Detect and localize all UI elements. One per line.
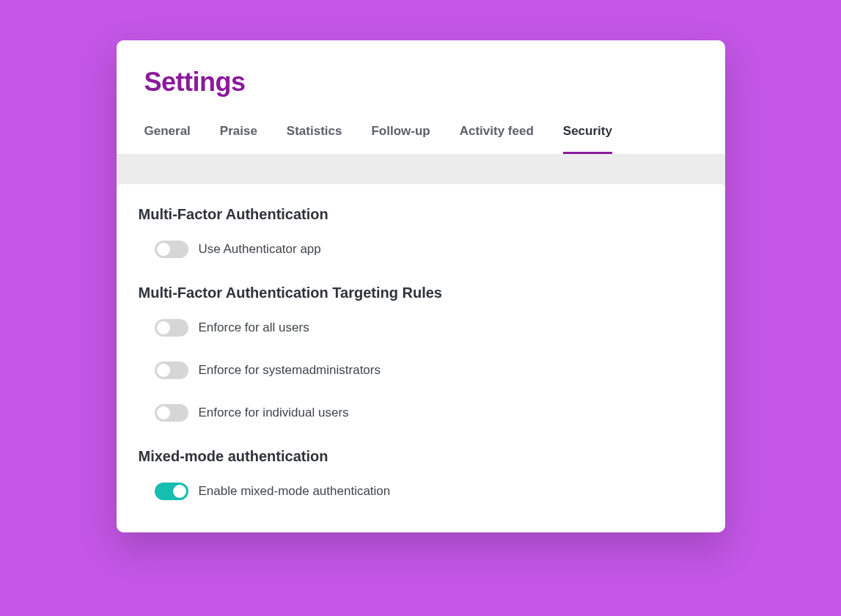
toggle-row-enforce-individual: Enforce for individual users — [139, 398, 703, 428]
toggle-enforce-all[interactable] — [155, 319, 188, 337]
toggle-knob — [173, 485, 186, 498]
tab-praise[interactable]: Praise — [220, 124, 257, 154]
tab-follow-up[interactable]: Follow-up — [371, 124, 430, 154]
section-title-mixed-mode: Mixed-mode authentication — [139, 448, 703, 465]
toggle-authenticator-app[interactable] — [155, 241, 188, 258]
toggle-enforce-individual[interactable] — [155, 404, 188, 422]
page-title: Settings — [144, 67, 697, 98]
tabs: General Praise Statistics Follow-up Acti… — [144, 124, 697, 154]
panel-header: Settings General Praise Statistics Follo… — [117, 40, 725, 155]
toggle-label-enforce-all: Enforce for all users — [199, 320, 309, 335]
toggle-label-authenticator-app: Use Authenticator app — [199, 242, 321, 257]
toggle-knob — [157, 406, 170, 419]
toggle-enforce-sysadmins[interactable] — [155, 362, 188, 379]
panel-gap — [117, 155, 725, 184]
toggle-row-mixed-mode: Enable mixed-mode authentication — [139, 477, 703, 506]
tab-general[interactable]: General — [144, 124, 191, 154]
toggle-row-enforce-all: Enforce for all users — [139, 313, 703, 342]
toggle-label-enforce-sysadmins: Enforce for systemadministrators — [199, 363, 381, 378]
toggle-label-enforce-individual: Enforce for individual users — [199, 406, 349, 420]
settings-panel: Settings General Praise Statistics Follo… — [117, 40, 725, 532]
toggle-knob — [157, 243, 170, 256]
tab-security[interactable]: Security — [563, 124, 612, 154]
toggle-row-authenticator-app: Use Authenticator app — [139, 235, 703, 264]
toggle-knob — [157, 321, 170, 334]
section-title-mfa: Multi-Factor Authentication — [139, 206, 703, 223]
tab-statistics[interactable]: Statistics — [287, 124, 342, 154]
toggle-knob — [157, 364, 170, 377]
toggle-mixed-mode[interactable] — [155, 483, 188, 500]
tab-activity-feed[interactable]: Activity feed — [460, 124, 534, 154]
toggle-label-mixed-mode: Enable mixed-mode authentication — [199, 484, 391, 499]
section-title-mfa-targeting: Multi-Factor Authentication Targeting Ru… — [139, 285, 703, 301]
security-settings-card: Multi-Factor Authentication Use Authenti… — [117, 184, 725, 532]
toggle-row-enforce-sysadmins: Enforce for systemadministrators — [139, 356, 703, 385]
